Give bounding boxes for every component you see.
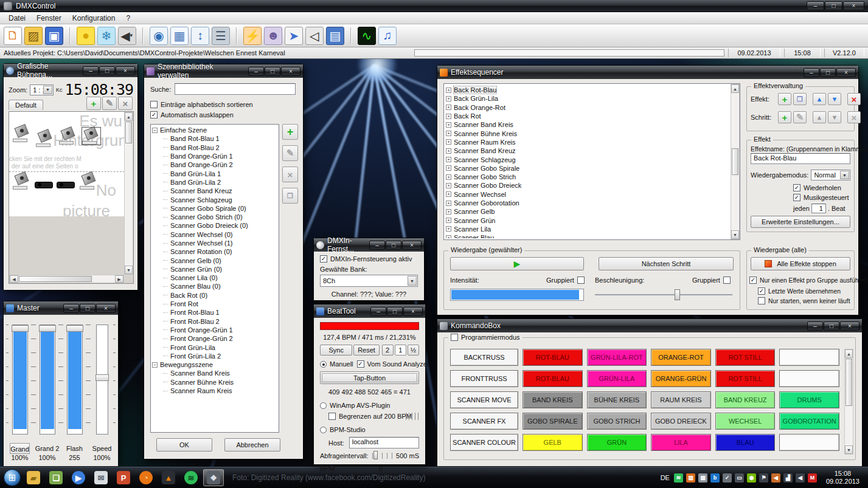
tray-audio-manager-icon[interactable]: ◀: [771, 473, 780, 483]
interval-slider[interactable]: [372, 453, 393, 459]
kommando-button-drums[interactable]: DRUMS: [779, 391, 839, 408]
freeze-icon[interactable]: ❄: [97, 27, 116, 45]
tree-item[interactable]: Scanner Wechsel (1): [163, 239, 277, 247]
effect-tree-item[interactable]: +Scanner Lila: [446, 225, 729, 233]
bank-select-arrow[interactable]: ▼: [408, 276, 417, 286]
master-slider[interactable]: [88, 317, 116, 443]
effect-sequencer-icon[interactable]: ⚡: [243, 27, 262, 45]
powerpoint-taskbar-button[interactable]: P: [113, 469, 134, 486]
tree-group[interactable]: −Einfache Szene: [152, 126, 277, 134]
beattool-maximize-button[interactable]: □: [387, 307, 403, 316]
kbox-maximize-button[interactable]: □: [824, 321, 839, 331]
tree-item[interactable]: Front Rot: [163, 300, 277, 308]
dmxin-titlebar[interactable]: DMXIn-Fernst... – □ ×: [314, 238, 424, 252]
kommando-button-bühne-kreis[interactable]: BÜHNE KREIS: [587, 391, 647, 408]
tree-item[interactable]: Front Rot-Blau 1: [163, 308, 277, 317]
stage-fixture[interactable]: [13, 173, 31, 190]
submaster-icon[interactable]: ➤: [285, 27, 303, 45]
kommando-button-rot-blau[interactable]: ROT-BLAU: [523, 370, 583, 387]
menu-item-datei[interactable]: Datei: [4, 13, 30, 24]
minimize-button[interactable]: –: [807, 1, 824, 10]
expand-icon[interactable]: +: [446, 226, 451, 232]
kommando-button-band-kreis[interactable]: BAND KREIS: [523, 391, 583, 408]
taskbar-clock[interactable]: 15:08 09.02.2013: [821, 470, 864, 486]
stage-fixture[interactable]: [13, 125, 31, 142]
kommandobox-vscroll[interactable]: ▲▼: [844, 349, 853, 455]
tray-flag-icon[interactable]: ⚑: [759, 473, 768, 483]
slider-track[interactable]: [96, 325, 108, 435]
edit-view-button[interactable]: ✎: [102, 97, 117, 110]
expand-icon[interactable]: +: [446, 183, 451, 188]
tree-item[interactable]: Scanner Grün (0): [163, 265, 277, 273]
delete-view-button[interactable]: ×: [118, 97, 133, 110]
host-input[interactable]: localhost: [349, 437, 419, 448]
kommando-button-fronttruss[interactable]: FRONTTRUSS: [450, 370, 518, 387]
kommando-button-gobo-spirale[interactable]: GOBO SPIRALE: [523, 413, 583, 430]
kommando-button-backtruss[interactable]: BACKTRUSS: [450, 349, 518, 366]
tree-item[interactable]: Scanner Gobo Spirale (0): [163, 204, 277, 213]
kbox-close-button[interactable]: ×: [840, 321, 859, 331]
tree-item[interactable]: Band Rot-Blau 1: [163, 134, 277, 143]
tap-button[interactable]: Tap-Button: [320, 371, 419, 384]
channel-overview-icon[interactable]: ▦: [170, 27, 189, 45]
schritt-delete-button[interactable]: ×: [847, 111, 861, 123]
add-scene-button[interactable]: +: [282, 124, 298, 140]
effektsequencer-titlebar[interactable]: Effektsequencer – □ ×: [437, 66, 858, 79]
kbox-minimize-button[interactable]: –: [807, 321, 823, 331]
copy-scene-button[interactable]: ❐: [282, 188, 298, 204]
kommando-button-scanner-move[interactable]: SCANNER MOVE: [450, 391, 518, 408]
library-minimize-button[interactable]: –: [248, 67, 264, 76]
language-indicator[interactable]: DE: [661, 474, 670, 481]
tree-item[interactable]: Front Orange-Grün 1: [163, 326, 277, 334]
double-button[interactable]: 2: [382, 345, 394, 356]
vlc-taskbar-button[interactable]: ▲: [158, 469, 179, 486]
tray-bing-icon[interactable]: b: [710, 473, 720, 483]
reset-button[interactable]: Reset: [353, 345, 379, 356]
slider-track[interactable]: [12, 325, 28, 435]
stage-vscroll[interactable]: ▲▼: [124, 112, 133, 275]
expand-icon[interactable]: +: [446, 218, 451, 223]
edit-scene-button[interactable]: ✎: [282, 145, 298, 161]
dmxin-maximize-button[interactable]: □: [386, 241, 401, 250]
kommando-button-grün-lila[interactable]: GRÜN-LILA: [587, 370, 647, 387]
tree-item[interactable]: Scanner Rotation (0): [163, 247, 277, 256]
autoexpand-checkbox[interactable]: ✓Automatisch ausklappen: [150, 111, 234, 119]
new-project-icon[interactable]: 🗋: [4, 27, 22, 45]
bpmstudio-radio[interactable]: BPM-Studio: [320, 426, 366, 433]
effect-tree-item[interactable]: +Scanner Band Kreuz: [446, 146, 729, 155]
sync-button[interactable]: Sync: [320, 345, 352, 356]
scene-library-titlebar[interactable]: Szenenbibliothek verwalten – □ ×: [144, 64, 303, 78]
tray-spotify-icon[interactable]: ≋: [674, 473, 683, 483]
manuell-radio[interactable]: Manuell: [320, 360, 353, 368]
kommando-button-lila[interactable]: LILA: [651, 434, 711, 451]
kommando-button-scanner-colour[interactable]: SCANNER COLOUR: [450, 434, 518, 451]
kommando-button-orange-grün[interactable]: ORANGE-GRÜN: [651, 370, 711, 387]
expand-icon[interactable]: +: [446, 174, 451, 180]
stage-fixture[interactable]: [36, 130, 54, 147]
tab-default[interactable]: Default: [9, 100, 43, 110]
zoom-select[interactable]: 1 : 1▼: [30, 84, 54, 95]
sort-checkbox[interactable]: Einträge alphabetisch sortieren: [150, 101, 253, 108]
nur-starten-checkbox[interactable]: Nur starten, wenn keiner läuft: [758, 297, 850, 304]
expand-icon[interactable]: +: [446, 209, 451, 215]
expand-icon[interactable]: +: [446, 88, 451, 93]
tray-network-icon[interactable]: ▟: [783, 473, 793, 483]
delete-scene-button[interactable]: ×: [282, 167, 298, 182]
tree-item[interactable]: Band Rot-Blau 2: [163, 143, 277, 152]
stage-maximize-button[interactable]: □: [99, 66, 115, 75]
library-close-button[interactable]: ×: [281, 67, 300, 76]
schritt-up-button[interactable]: ▲: [813, 111, 826, 123]
limit-slider[interactable]: [406, 413, 419, 420]
tree-item[interactable]: Scanner Raum Kreis: [163, 387, 277, 395]
dropdown-arrow-icon[interactable]: ▼: [129, 33, 134, 38]
tray-media-icon[interactable]: ▥: [686, 473, 695, 483]
effect-tree-item[interactable]: +Scanner Gelb: [446, 207, 729, 216]
effect-tree-item[interactable]: +Scanner Gobo Spirale: [446, 164, 729, 173]
expand-icon[interactable]: +: [446, 191, 451, 197]
tree-item[interactable]: Scanner Blau (0): [163, 282, 277, 290]
kommando-button-rot-still[interactable]: ROT STILL: [715, 370, 776, 387]
dmxin-minimize-button[interactable]: –: [369, 241, 385, 250]
media-player-taskbar-button[interactable]: ▶: [68, 469, 89, 486]
tray-volume-icon[interactable]: ◀: [796, 473, 805, 483]
effekt-delete-button[interactable]: ×: [847, 93, 861, 105]
